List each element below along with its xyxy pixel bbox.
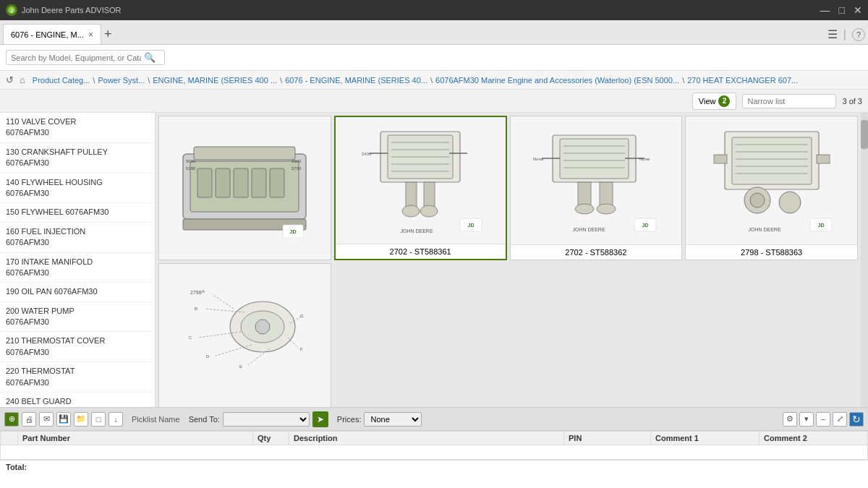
sidebar-item-7[interactable]: 200 WATER PUMP6076AFM30 — [0, 302, 155, 333]
titlebar-controls[interactable]: — □ ✕ — [820, 4, 862, 16]
search-icon[interactable]: 🔍 — [144, 52, 156, 63]
diagram-card-4[interactable]: JD JOHN DEERE 2798 - ST588363 — [685, 116, 858, 260]
heat-exchanger-svg-2: None None JD JOHN DEERE — [527, 124, 665, 236]
maximize-button[interactable]: □ — [839, 4, 845, 16]
heat-exchanger-svg-1: 2406 JD JOHN DEERE — [352, 124, 489, 236]
svg-point-26 — [402, 205, 420, 217]
breadcrumb-item-2[interactable]: ENGINE, MARINE (SERIES 400 ... — [153, 76, 277, 85]
breadcrumb-nav: ↺ ⌂ — [6, 74, 25, 85]
diagram-img-2: 2406 JD JOHN DEERE — [336, 117, 506, 244]
home-icon[interactable]: ⌂ — [20, 74, 25, 85]
svg-point-27 — [420, 205, 438, 217]
narrow-list-input[interactable] — [742, 94, 836, 108]
chevron-down-icon[interactable]: ▾ — [799, 412, 814, 427]
engine-diagram-svg: 5000 5190 2900 2700 JD — [176, 132, 313, 244]
save-icon[interactable]: 💾 — [56, 412, 71, 427]
breadcrumb-sep-3: \ — [430, 76, 433, 85]
sidebar-item-8[interactable]: 210 THERMOSTAT COVER6076AFM30 — [0, 332, 155, 362]
breadcrumb-item-0[interactable]: Product Categ... — [33, 76, 90, 85]
parts-viewer: — × 5000 — [156, 113, 861, 407]
tab-engine[interactable]: 6076 - ENGINE, M... × — [3, 24, 101, 44]
prices-select[interactable]: None — [364, 412, 422, 427]
menu-icon[interactable]: ☰ — [827, 27, 838, 41]
breadcrumb-sep-0: \ — [93, 76, 95, 85]
search-input[interactable] — [11, 53, 141, 62]
email-icon[interactable]: ✉ — [39, 412, 54, 427]
breadcrumb-item-1[interactable]: Power Syst... — [98, 76, 145, 85]
minimize-button[interactable]: — — [820, 4, 830, 16]
col-part-number: Part Number — [18, 432, 253, 445]
sidebar-item-0[interactable]: 110 VALVE COVER6076AFM30 — [0, 113, 155, 143]
minus-icon[interactable]: − — [816, 412, 830, 427]
search-box: 🔍 — [6, 50, 165, 65]
detail-diagram-svg: 2798 A B C D — [176, 280, 313, 392]
view-label: View — [699, 97, 716, 106]
diagram-label-3: 2702 - ST588362 — [511, 244, 682, 260]
sidebar-item-9[interactable]: 220 THERMOSTAT6076AFM30 — [0, 362, 155, 393]
svg-text:JD: JD — [642, 223, 648, 228]
col-comment1: Comment 1 — [651, 432, 760, 445]
diagram-card-3[interactable]: None None JD JOHN DEERE 2702 - ST588362 — [510, 116, 683, 260]
diagram-card-2[interactable]: 2406 JD JOHN DEERE 2702 - ST588361 — [334, 116, 507, 260]
svg-text:J: J — [10, 8, 13, 13]
diagram-label-2: 2702 - ST588361 — [336, 244, 506, 259]
svg-text:JD: JD — [817, 223, 824, 228]
svg-text:F: F — [300, 347, 303, 351]
breadcrumb-item-3[interactable]: 6076 - ENGINE, MARINE (SERIES 40... — [285, 76, 427, 85]
diagram-card-1[interactable]: — × 5000 — [158, 116, 331, 260]
divider: | — [843, 28, 846, 41]
sidebar-item-6[interactable]: 190 OIL PAN 6076AFM30 — [0, 283, 155, 301]
picklist-right-controls: ⚙ ▾ − ⤢ ↻ — [783, 412, 864, 427]
print-icon[interactable]: 🖨 — [22, 412, 36, 427]
sidebar-item-5[interactable]: 170 INTAKE MANIFOLD6076AFM30 — [0, 253, 155, 283]
tabs-container: 6076 - ENGINE, M... × + — [3, 24, 111, 44]
add-row-icon[interactable]: ⊕ — [4, 412, 19, 427]
breadcrumb-sep-2: \ — [280, 76, 282, 85]
picklist-name-label: Picklist Name — [132, 415, 180, 424]
close-button[interactable]: ✕ — [854, 4, 862, 16]
sidebar-item-1[interactable]: 130 CRANKSHAFT PULLEY6076AFM30 — [0, 143, 155, 174]
right-scrollbar[interactable] — [861, 113, 868, 407]
settings-icon[interactable]: ⚙ — [783, 412, 797, 427]
breadcrumb-item-4[interactable]: 6076AFM30 Marine Engine and Accessories … — [435, 76, 679, 85]
svg-rect-8 — [270, 168, 284, 197]
sidebar-item-2[interactable]: 140 FLYWHEEL HOUSING6076AFM30 — [0, 174, 155, 204]
new-tab-button[interactable]: + — [104, 24, 112, 44]
diagram-card-5[interactable]: + − 2798 — [158, 263, 331, 407]
svg-text:JD: JD — [468, 223, 475, 228]
sidebar-item-3[interactable]: 150 FLYWHEEL 6076AFM30 — [0, 203, 155, 222]
sidebar-item-10[interactable]: 240 BELT GUARD — [0, 393, 155, 407]
svg-rect-4 — [197, 168, 212, 197]
send-button[interactable]: ➤ — [312, 411, 328, 427]
svg-point-69 — [255, 320, 270, 334]
svg-text:G: G — [300, 314, 304, 318]
scrollbar-thumb[interactable] — [861, 120, 868, 149]
breadcrumb-item-5[interactable]: 270 HEAT EXCHANGER 607... — [687, 76, 798, 85]
breadcrumb-sep-1: \ — [148, 76, 150, 85]
sidebar-item-4[interactable]: 160 FUEL INJECTION6076AFM30 — [0, 223, 155, 253]
total-row: Total: — [0, 460, 868, 474]
col-description: Description — [289, 432, 564, 445]
window-icon[interactable]: □ — [91, 412, 106, 427]
toolbar: 🔍 — [0, 45, 868, 71]
sync-icon[interactable]: ↻ — [849, 412, 864, 427]
app-title: John Deere Parts ADVISOR — [22, 6, 122, 14]
view-button[interactable]: View 2 — [692, 93, 737, 110]
send-to-select[interactable] — [223, 412, 310, 427]
expand-icon[interactable]: ⤢ — [833, 412, 847, 427]
svg-text:None: None — [533, 157, 544, 161]
download-icon[interactable]: ↓ — [109, 412, 123, 427]
help-icon[interactable]: ? — [852, 28, 865, 41]
tab-close-button[interactable]: × — [88, 30, 93, 40]
svg-rect-7 — [252, 168, 266, 197]
col-checkbox — [1, 432, 18, 445]
folder-icon[interactable]: 📁 — [74, 412, 88, 427]
history-icon[interactable]: ↺ — [6, 74, 14, 85]
svg-text:5000: 5000 — [186, 159, 196, 163]
svg-rect-62 — [817, 155, 830, 163]
diagram-img-4: JD JOHN DEERE — [686, 116, 857, 244]
col-pin: PIN — [564, 432, 651, 445]
titlebar: J John Deere Parts ADVISOR — □ ✕ — [0, 0, 868, 20]
sidebar: 110 VALVE COVER6076AFM30 130 CRANKSHAFT … — [0, 113, 156, 407]
svg-point-42 — [575, 204, 594, 214]
